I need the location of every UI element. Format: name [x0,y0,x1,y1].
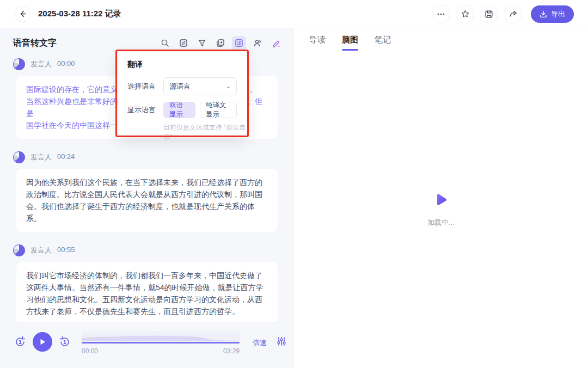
translate-icon: 译 [235,39,243,47]
back-button[interactable] [14,6,30,22]
share-icon [509,9,518,19]
ai-pen-icon [272,39,281,48]
popup-title: 翻译 [127,60,237,70]
translate-button[interactable]: 译 [232,36,246,50]
tab-naotu[interactable]: 脑图 [342,35,358,51]
speaker-name: 发言人 [30,152,52,162]
language-select[interactable]: 源语言 ⌄ [163,77,237,95]
svg-text:译: 译 [237,41,241,46]
translation-only-option[interactable]: 纯译文显示 [200,102,237,118]
segment-time[interactable]: 00:00 [57,59,75,69]
total-time: 03:29 [223,347,240,355]
speaker-avatar [13,244,25,256]
speaker-manage-button[interactable] [250,36,265,50]
loading-state: 加载中... [294,192,588,228]
play-button[interactable] [33,332,52,352]
language-select-value: 源语言 [169,82,191,91]
transcript-segment: 发言人 00:55 我们叫它市场经济的体制的，我们都我们一百多年来，中国近代史做… [13,244,281,322]
segment-time[interactable]: 00:55 [57,246,75,255]
audio-player-bar: 1 1 00:00 03:29 倍速 [0,322,294,368]
audio-settings-button[interactable] [277,336,286,348]
bilingual-display-option[interactable]: 双语显示 [163,102,195,118]
equalizer-icon [277,336,286,346]
select-language-label: 选择语言 [127,82,163,91]
segment-text[interactable]: 我们叫它市场经济的体制的，我们都我们一百多年来，中国近代史做了这两件大事情。当然… [16,262,278,322]
tab-biji[interactable]: 笔记 [375,35,391,51]
top-bar: 2025-03-28 11:22 记录 导出 [0,0,588,28]
search-button[interactable] [158,36,172,50]
speaker-name: 发言人 [30,246,52,255]
segment-text[interactable]: 因为他关系到我们这个民族，在当下选择未来，我们已经选择了西方的政治制度。比方说全… [16,169,278,232]
ellipsis-icon [437,10,445,19]
waveform-seekbar[interactable] [82,332,240,344]
insights-panel: 导读 脑图 笔记 加载中... [294,28,588,368]
arrow-left-icon [19,10,27,18]
download-icon [540,10,547,18]
more-options-button[interactable] [432,5,450,23]
star-icon [461,9,470,19]
skip-forward-button[interactable]: 1 [59,336,71,348]
display-language-label: 显示语言 [127,105,163,115]
page-title: 2025-03-28 11:22 记录 [38,9,121,19]
popup-note: 目前仅原文区域支持 “双语显示” [163,122,249,142]
insights-tabs: 导读 脑图 笔记 [309,35,391,51]
text-exchange-icon [179,39,188,47]
translate-popup: 翻译 选择语言 源语言 ⌄ 显示语言 双语显示 纯译文显示 目前仅原文区域支持 … [118,52,247,135]
transcript-segment: 发言人 00:24 因为他关系到我们这个民族，在当下选择未来，我们已经选择了西方… [13,151,281,232]
loading-text: 加载中... [427,218,455,228]
playback-speed-button[interactable]: 倍速 [253,338,267,348]
share-button[interactable] [504,5,522,23]
text-exchange-button[interactable] [176,36,191,50]
panel-title: 语音转文字 [13,38,57,49]
skip-back-button[interactable]: 1 [14,336,26,348]
speaker-name: 发言人 [30,59,52,69]
save-button[interactable] [480,5,498,23]
export-button-label: 导出 [551,9,565,19]
progress-track[interactable] [82,342,240,344]
loading-play-icon [433,192,449,208]
save-icon [485,10,493,19]
export-button[interactable]: 导出 [531,5,574,23]
ai-edit-button[interactable] [269,36,283,50]
current-time: 00:00 [82,347,98,355]
forward-1-icon: 1 [59,336,71,348]
svg-text:1: 1 [63,340,66,345]
speaker-person-icon [253,39,262,47]
filter-icon [198,39,206,47]
favorite-button[interactable] [456,5,474,23]
copy-export-button[interactable] [213,36,228,50]
copy-arrow-icon [216,39,225,47]
replay-1-icon: 1 [14,336,26,348]
play-icon [39,338,46,346]
chevron-down-icon: ⌄ [226,83,231,90]
svg-text:1: 1 [19,340,22,345]
speaker-avatar [13,58,25,70]
speaker-avatar [13,151,25,163]
filter-button[interactable] [195,36,209,50]
segment-time[interactable]: 00:24 [57,152,75,162]
transcript-toolbar: 译 [158,36,283,50]
search-icon [161,39,169,47]
tab-daodu[interactable]: 导读 [309,35,326,51]
